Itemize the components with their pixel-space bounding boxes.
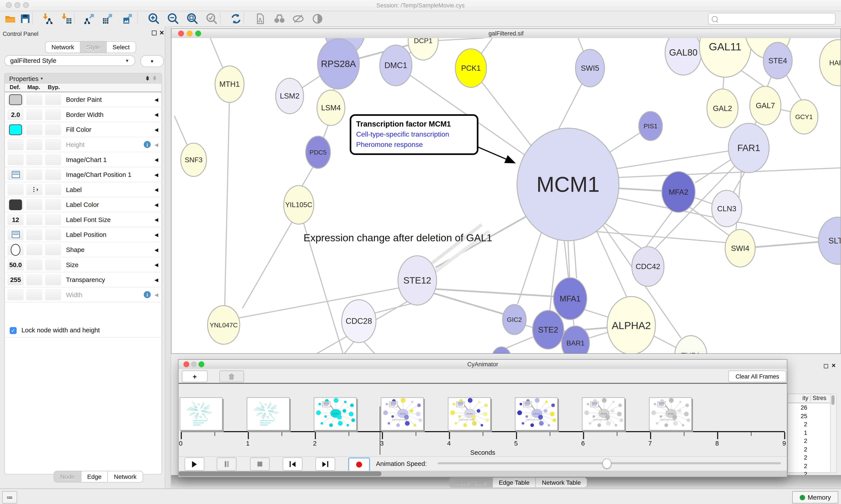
network-edge[interactable]	[595, 228, 627, 299]
network-node-ste12[interactable]: STE12	[398, 256, 436, 305]
next-frame-button[interactable]	[315, 457, 335, 471]
network-node-slt2[interactable]: SLT2	[819, 217, 840, 265]
network-node-cln3[interactable]: CLN3	[712, 190, 742, 227]
bypass-cell[interactable]	[45, 259, 61, 270]
property-row-width[interactable]: Widthi◀	[5, 287, 161, 303]
table-cell[interactable]: 2	[804, 421, 807, 427]
collapse-arrow-icon[interactable]: ◀	[155, 292, 158, 297]
network-node-mcm1[interactable]: MCM1	[517, 128, 619, 240]
network-edge[interactable]	[518, 231, 542, 304]
column-divider[interactable]	[810, 395, 811, 401]
play-button[interactable]	[184, 457, 204, 471]
network-edge[interactable]	[363, 342, 375, 353]
network-node-lsm4[interactable]: LSM4	[317, 90, 345, 125]
playhead[interactable]	[380, 406, 380, 454]
table-cell[interactable]: 2	[804, 454, 807, 461]
network-edge[interactable]	[601, 220, 642, 248]
style-select[interactable]: galFiltered Style ▼	[4, 55, 135, 66]
default-cell[interactable]	[7, 244, 23, 255]
default-cell[interactable]: 2.0	[7, 109, 23, 120]
network-node-gal2[interactable]: GAL2	[707, 89, 738, 128]
network-edge[interactable]	[588, 332, 609, 338]
network-node-tup1[interactable]: TUP1	[675, 336, 707, 353]
mapping-cell[interactable]	[26, 274, 42, 285]
zoom-out-icon[interactable]	[166, 12, 180, 25]
table-cell[interactable]: 2	[804, 446, 807, 452]
network-edge[interactable]	[646, 211, 673, 247]
color-swatch[interactable]	[9, 124, 22, 135]
style-tab-node[interactable]: Node	[54, 471, 81, 483]
property-row-height[interactable]: Heighti◀	[5, 137, 161, 152]
property-row-label-position[interactable]: Label Position◀	[5, 227, 161, 242]
export-image-icon[interactable]	[121, 12, 135, 25]
record-button[interactable]	[348, 457, 370, 472]
mapping-cell[interactable]	[26, 154, 42, 165]
bypass-cell[interactable]	[45, 154, 61, 165]
collapse-arrow-icon[interactable]: ◀	[155, 247, 158, 252]
info-icon[interactable]: i	[144, 141, 151, 148]
animation-speed-handle[interactable]	[602, 458, 611, 469]
lock-size-checkbox[interactable]: ✓	[10, 327, 17, 334]
bypass-cell[interactable]	[45, 94, 61, 105]
bypass-cell[interactable]	[45, 214, 61, 225]
default-cell[interactable]	[7, 94, 23, 105]
default-cell[interactable]	[7, 199, 23, 210]
mapping-cell[interactable]	[26, 94, 42, 105]
property-row-size[interactable]: 50.0Size◀	[5, 257, 161, 273]
default-value[interactable]: 255	[10, 276, 21, 283]
network-node-gcy1[interactable]: GCY1	[790, 100, 818, 134]
default-cell[interactable]: 50.0	[7, 259, 23, 270]
tab-select[interactable]: Select	[107, 41, 136, 53]
network-node-gal7[interactable]: GAL7	[750, 86, 781, 125]
annotation-link-1[interactable]: Cell-type-specific transcription	[356, 130, 472, 138]
bypass-cell[interactable]	[45, 289, 61, 300]
default-cell[interactable]: 255	[7, 274, 23, 285]
network-node-gal80[interactable]: GAL80	[665, 38, 702, 75]
network-node-far1[interactable]: FAR1	[729, 123, 769, 173]
mapping-cell[interactable]	[26, 199, 42, 210]
default-cell[interactable]	[7, 124, 23, 135]
mapping-cell[interactable]	[26, 214, 42, 225]
network-window-titlebar[interactable]: galFiltered.sif	[172, 29, 841, 38]
open-session-icon[interactable]	[3, 12, 17, 25]
tab-style[interactable]: Style	[80, 41, 107, 53]
close-panel-icon[interactable]: ✕	[159, 30, 164, 37]
default-cell[interactable]: 12	[7, 214, 23, 225]
network-node-swi4[interactable]: SWI4	[725, 230, 755, 267]
mapping-cell[interactable]	[26, 289, 42, 300]
network-edge[interactable]	[755, 242, 820, 247]
network-node[interactable]	[492, 347, 511, 353]
frame-thumbnail-0[interactable]	[180, 397, 222, 431]
table-cell[interactable]: 25	[801, 413, 807, 419]
memory-button[interactable]: Memory	[792, 491, 838, 503]
info-icon[interactable]: i	[144, 291, 151, 298]
style-options-button[interactable]: ▼	[141, 55, 164, 67]
property-row-fill-color[interactable]: Fill Color◀	[5, 122, 161, 137]
collapse-arrow-icon[interactable]: ◀	[155, 232, 158, 237]
network-node-alpha2[interactable]: ALPHA2	[607, 296, 655, 353]
previous-frame-button[interactable]	[283, 457, 303, 471]
network-node-lsm2[interactable]: LSM2	[276, 78, 304, 114]
add-frame-button[interactable]: +	[182, 371, 208, 382]
network-node-mth1[interactable]: MTH1	[215, 66, 244, 103]
float-panel-icon[interactable]	[824, 364, 828, 368]
network-edge[interactable]	[611, 151, 731, 169]
collapse-arrow-icon[interactable]: ◀	[155, 97, 158, 102]
import-network-icon[interactable]	[41, 12, 55, 25]
properties-header[interactable]: Properties ▾ ⇟ ⇞	[5, 74, 161, 84]
collapse-arrow-icon[interactable]: ◀	[155, 217, 158, 222]
stop-button[interactable]	[250, 457, 270, 471]
network-node-pdc5[interactable]: PDC5	[306, 136, 330, 168]
frame-thumbnail-1[interactable]	[247, 397, 290, 431]
frame-thumbnail-3[interactable]: MCM1Expression change	[381, 397, 424, 431]
network-node-ste2[interactable]: STE2	[533, 310, 564, 349]
refresh-view-icon[interactable]	[229, 12, 243, 25]
color-swatch[interactable]	[9, 94, 22, 105]
collapse-arrow-icon[interactable]: ◀	[155, 277, 158, 282]
property-row-label[interactable]: ⋮›Label◀	[5, 182, 161, 197]
network-edge[interactable]	[243, 221, 292, 308]
task-history-button[interactable]: ≔	[2, 491, 17, 503]
style-tab-network[interactable]: Network	[108, 471, 143, 483]
default-cell[interactable]	[7, 169, 23, 180]
bypass-cell[interactable]	[45, 169, 61, 180]
